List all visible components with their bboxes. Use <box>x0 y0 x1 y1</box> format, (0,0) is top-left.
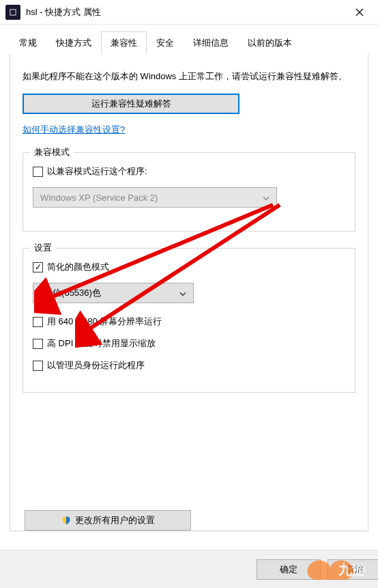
select-compat-os[interactable]: Windows XP (Service Pack 2) <box>33 187 277 208</box>
chevron-down-icon <box>263 193 270 203</box>
ok-button[interactable]: 确定 <box>257 559 321 580</box>
tab-content: 如果此程序不能在这个版本的 Windows 上正常工作，请尝试运行兼容性疑难解答… <box>10 53 368 531</box>
group-settings: 设置 简化的颜色模式 16 位(65536)色 用 640 x 480 屏幕分辨… <box>23 248 355 393</box>
shield-icon <box>61 516 71 525</box>
help-link[interactable]: 如何手动选择兼容性设置? <box>23 124 125 136</box>
label-dpi-scaling: 高 DPI 设置时禁用显示缩放 <box>47 337 156 350</box>
checkbox-run-as-admin[interactable] <box>33 361 43 371</box>
checkbox-640x480[interactable] <box>33 317 43 327</box>
tab-security[interactable]: 安全 <box>147 31 184 54</box>
titlebar: hsl - 快捷方式 属性 <box>0 0 378 25</box>
label-run-as-admin: 以管理员身份运行此程序 <box>47 359 145 372</box>
tabs-bar: 常规 快捷方式 兼容性 安全 详细信息 以前的版本 <box>0 25 378 54</box>
tab-details[interactable]: 详细信息 <box>184 31 238 54</box>
tab-previous-versions[interactable]: 以前的版本 <box>238 31 302 54</box>
intro-text: 如果此程序不能在这个版本的 Windows 上正常工作，请尝试运行兼容性疑难解答… <box>23 69 355 84</box>
change-all-users-button[interactable]: 更改所有用户的设置 <box>25 510 191 531</box>
checkbox-compat-mode[interactable] <box>33 167 43 177</box>
chevron-down-icon <box>179 288 186 298</box>
change-all-label: 更改所有用户的设置 <box>75 514 155 527</box>
group-label-settings: 设置 <box>30 242 56 254</box>
run-troubleshooter-button[interactable]: 运行兼容性疑难解答 <box>23 94 239 114</box>
group-label-compat: 兼容模式 <box>30 146 74 158</box>
cancel-button[interactable]: 取消 <box>328 559 378 580</box>
group-compatibility-mode: 兼容模式 以兼容模式运行这个程序: Windows XP (Service Pa… <box>23 152 355 232</box>
dialog-footer: 确定 取消 <box>0 550 378 588</box>
label-reduced-color: 简化的颜色模式 <box>47 261 109 273</box>
label-640x480: 用 640 x 480 屏幕分辨率运行 <box>47 316 162 328</box>
tab-compatibility[interactable]: 兼容性 <box>101 31 147 55</box>
checkbox-reduced-color[interactable] <box>33 262 43 272</box>
window-title: hsl - 快捷方式 属性 <box>26 6 344 18</box>
tab-shortcut[interactable]: 快捷方式 <box>46 31 101 54</box>
tab-general[interactable]: 常规 <box>10 31 46 54</box>
select-color-depth[interactable]: 16 位(65536)色 <box>33 283 194 303</box>
close-button[interactable] <box>344 0 375 25</box>
checkbox-dpi-scaling[interactable] <box>33 339 43 349</box>
select-color-value: 16 位(65536)色 <box>40 287 101 299</box>
app-icon <box>5 5 20 20</box>
checkbox-label-compat: 以兼容模式运行这个程序: <box>47 165 147 178</box>
select-compat-value: Windows XP (Service Pack 2) <box>40 193 158 203</box>
